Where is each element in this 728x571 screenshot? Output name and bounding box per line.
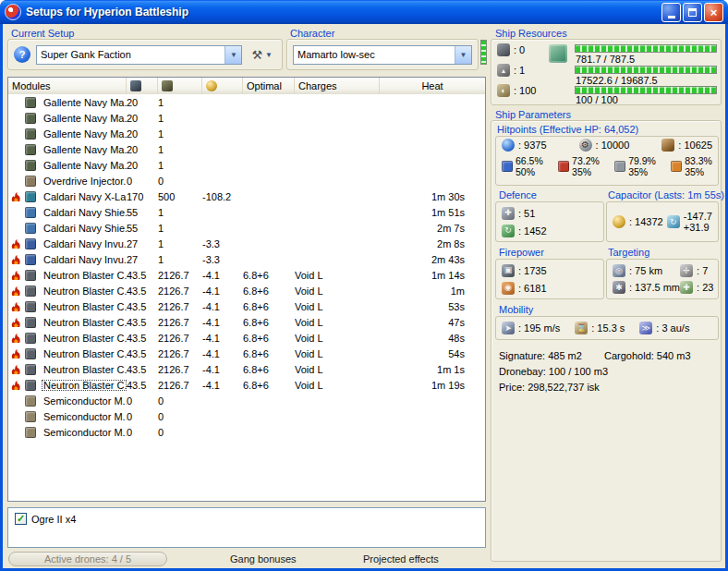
module-powergrid: 2126.7 [158, 286, 202, 297]
defence-tank-icon [502, 207, 515, 220]
resist-armor-value: 50% [516, 166, 543, 177]
module-row[interactable]: Gallente Navy Ma...201 [8, 110, 485, 126]
module-row[interactable]: Semiconductor M...00 [8, 393, 485, 408]
modules-column-header[interactable]: Modules [8, 78, 127, 94]
module-row[interactable]: Neutron Blaster C...43.52126.7-4.16.8+6V… [8, 330, 485, 346]
module-row[interactable]: Neutron Blaster C...43.52126.7-4.16.8+6V… [8, 267, 485, 283]
stat-value: : 1735 [518, 265, 547, 276]
defence-label: Defence [499, 189, 537, 200]
dps-icon [502, 264, 515, 277]
charges-column-header[interactable]: Charges [295, 78, 380, 94]
volley-icon [502, 282, 515, 295]
capacitor-box: : 14372 -147.7+31.9 [606, 201, 719, 242]
kinetic-resist-icon [614, 161, 625, 172]
tab-projected-effects[interactable]: Projected effects [363, 553, 439, 565]
signature-text: Signature: 485 m2 [499, 350, 582, 361]
cpu-gauge-text: 781.7 / 787.5 [576, 54, 635, 65]
module-name: Gallente Navy Ma... [42, 160, 127, 171]
module-row[interactable]: Neutron Blaster C...43.52126.7-4.16.8+6V… [8, 377, 485, 393]
stat-value: : 51 [518, 208, 535, 219]
module-row[interactable]: Caldari Navy Shie...5512m 7s [8, 220, 485, 236]
drone-list-item[interactable]: ✓ Ogre II x4 [15, 513, 479, 525]
armor-hp-icon [579, 139, 592, 152]
stat-value: : 1 [514, 65, 525, 76]
module-row[interactable]: Gallente Navy Ma...201 [8, 126, 485, 141]
chevron-down-icon[interactable]: ▼ [224, 46, 241, 64]
chevron-down-icon: ▼ [265, 51, 273, 59]
module-name: Gallente Navy Ma... [42, 97, 127, 108]
module-cpu: 43.5 [127, 286, 158, 297]
module-row[interactable]: Semiconductor M...00 [8, 408, 485, 424]
module-row[interactable]: Neutron Blaster C...43.52126.7-4.16.8+6V… [8, 361, 485, 377]
module-powergrid: 0 [158, 427, 202, 438]
stat-value: : 6181 [518, 283, 547, 294]
help-icon[interactable]: ? [14, 46, 30, 63]
close-button[interactable]: × [704, 3, 723, 22]
module-row[interactable]: Neutron Blaster C...43.52126.7-4.16.8+6V… [8, 346, 485, 361]
module-row[interactable]: Caldari Navy X-La...170500-108.21m 30s [8, 188, 485, 204]
ship-resources-label: Ship Resources [495, 28, 567, 39]
module-name: Neutron Blaster C... [42, 317, 127, 328]
chevron-down-icon[interactable]: ▼ [455, 46, 471, 64]
dps-stat: : 1735 [502, 264, 598, 277]
module-row[interactable]: Gallente Navy Ma...201 [8, 141, 485, 157]
powergrid-usage-icon[interactable] [158, 78, 202, 94]
setup-tools-button[interactable]: ⚒ ▼ [248, 46, 276, 64]
magstab-module-icon [23, 113, 42, 124]
module-cpu: 55 [127, 223, 158, 234]
module-cpu: 0 [127, 427, 158, 438]
stat-value: : 75 km [629, 265, 662, 276]
module-row[interactable]: Neutron Blaster C...43.52126.7-4.16.8+6V… [8, 283, 485, 298]
titlebar[interactable]: Setups for Hyperion Battleship × [0, 0, 728, 24]
module-row[interactable]: Gallente Navy Ma...201 [8, 94, 485, 110]
module-row[interactable]: Semiconductor M...00 [8, 424, 485, 440]
turret-hardpoints-icon [497, 43, 510, 56]
blaster-turret-module-icon [23, 270, 42, 281]
stat-value: : 9375 [518, 140, 547, 151]
tab-gang-bonuses[interactable]: Gang bonuses [230, 553, 297, 565]
module-row[interactable]: Neutron Blaster C...43.52126.7-4.16.8+6V… [8, 298, 485, 314]
module-powergrid: 1 [158, 207, 202, 218]
cargohold-text: Cargohold: 540 m3 [604, 350, 691, 361]
cpu-usage-icon[interactable] [127, 78, 158, 94]
module-cpu: 55 [127, 207, 158, 218]
firepower-box: : 1735 : 6181 [495, 259, 604, 299]
minimize-button[interactable] [661, 3, 681, 22]
warp-speed-stat: : 3 au/s [639, 322, 689, 334]
stat-value: : 137.5 mm [629, 282, 680, 293]
cap-out-value: -147.7 [684, 211, 712, 222]
module-charge: Void L [295, 348, 380, 359]
capacitor-usage-icon[interactable] [202, 78, 243, 94]
module-row[interactable]: Gallente Navy Ma...201 [8, 157, 485, 173]
module-row[interactable]: Overdrive Injector...00 [8, 173, 485, 188]
overheat-flame-icon [8, 191, 23, 202]
module-heat: 2m 7s [380, 223, 485, 234]
overheat-flame-icon [8, 380, 23, 391]
cap-in-value: +31.9 [684, 222, 712, 233]
module-name: Gallente Navy Ma... [42, 113, 127, 124]
blaster-turret-module-icon [23, 301, 42, 312]
module-powergrid: 2126.7 [158, 301, 202, 312]
module-row[interactable]: Caldari Navy Shie...5511m 51s [8, 204, 485, 220]
capacitor-label: Capacitor (Lasts: 1m 55s) [608, 189, 724, 200]
setup-select[interactable]: Super Gank Faction ▼ [36, 45, 242, 65]
module-charge: Void L [295, 270, 380, 281]
tab-active-drones[interactable]: Active drones: 4 / 5 [8, 552, 167, 566]
character-select[interactable]: Mamarto low-sec ▼ [293, 45, 472, 65]
module-cpu: 43.5 [127, 348, 158, 359]
maximize-button[interactable] [683, 3, 702, 22]
stat-value: : 1452 [518, 225, 547, 237]
module-row[interactable]: Caldari Navy Invu...271-3.32m 8s [8, 236, 485, 251]
module-optimal: 6.8+6 [243, 348, 295, 359]
module-powergrid: 1 [158, 128, 202, 140]
optimal-column-header[interactable]: Optimal [243, 78, 295, 94]
heat-column-header[interactable]: Heat [380, 78, 485, 94]
explosive-resist-icon [671, 161, 682, 172]
checkbox-checked-icon[interactable]: ✓ [15, 513, 27, 525]
module-name: Caldari Navy X-La... [42, 191, 127, 202]
module-row[interactable]: Neutron Blaster C...43.52126.7-4.16.8+6V… [8, 314, 485, 330]
modules-table-header: Modules Optimal Charges Heat [8, 78, 485, 95]
dronebay-text: Dronebay: 100 / 100 m3 [499, 366, 608, 377]
launcher-hardpoints-icon [497, 64, 510, 77]
module-row[interactable]: Caldari Navy Invu...271-3.32m 43s [8, 251, 485, 267]
